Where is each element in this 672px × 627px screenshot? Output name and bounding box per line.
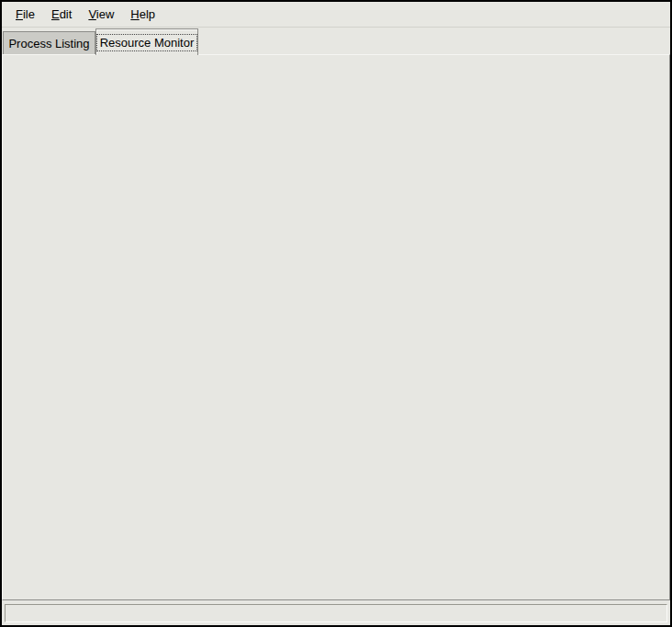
status-bar	[5, 604, 667, 622]
tab-strip: Process Listing Resource Monitor	[2, 28, 670, 54]
menu-view[interactable]: View	[80, 4, 122, 25]
menu-bar: FileEditViewHelp	[2, 2, 670, 28]
system-monitor-window: FileEditViewHelp Process Listing Resourc…	[0, 0, 672, 627]
resource-monitor-page	[2, 54, 670, 600]
tab-label: Process Listing	[8, 37, 89, 50]
tab-resource-monitor[interactable]: Resource Monitor	[95, 28, 198, 55]
tab-label: Resource Monitor	[97, 35, 197, 50]
menu-help[interactable]: Help	[122, 4, 163, 25]
menu-file[interactable]: File	[7, 4, 43, 25]
menu-edit[interactable]: Edit	[43, 4, 80, 25]
tab-process-listing[interactable]: Process Listing	[3, 31, 95, 54]
